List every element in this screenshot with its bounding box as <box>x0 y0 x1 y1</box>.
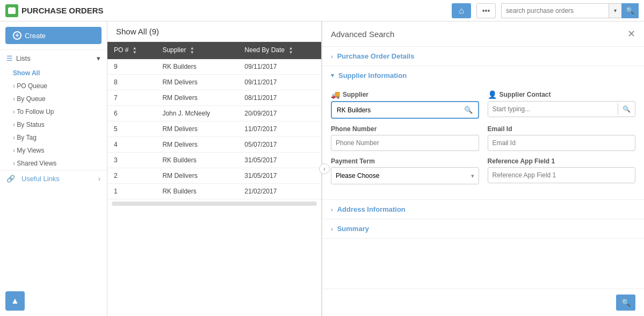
search-icon: 🔍 <box>464 106 473 114</box>
more-options-button[interactable]: ••• <box>476 3 496 18</box>
content-area: Show All (9) PO # ▲▼ Supplier ▲▼ <box>107 21 644 316</box>
cell-po-number: 6 <box>107 106 156 121</box>
cell-date: 21/02/2017 <box>238 184 321 199</box>
cell-po-number: 2 <box>107 168 156 184</box>
payment-term-select-wrapper: Please Choose ▾ <box>331 167 479 184</box>
select-arrow-icon: ▾ <box>467 173 479 179</box>
table-row[interactable]: 6 John J. McNeely 20/09/2017 <box>107 106 321 121</box>
table-row[interactable]: 7 RM Delivers 08/11/2017 <box>107 90 321 106</box>
cell-date: 31/05/2017 <box>238 168 321 184</box>
payment-term-select[interactable]: Please Choose <box>331 168 467 184</box>
advanced-search-close-button[interactable]: ✕ <box>627 28 635 40</box>
phone-number-input[interactable] <box>331 135 479 151</box>
table-row[interactable]: 9 RK Builders 09/11/2017 <box>107 59 321 75</box>
search-dropdown-button[interactable]: ▾ <box>609 3 621 18</box>
app-logo-icon <box>5 4 18 17</box>
cell-supplier: RM Delivers <box>156 121 238 137</box>
sidebar-item-my-views[interactable]: My Views <box>0 144 107 157</box>
table-row[interactable]: 4 RM Delivers 05/07/2017 <box>107 137 321 153</box>
cell-supplier: RK Builders <box>156 153 238 168</box>
table-row[interactable]: 2 RM Delivers 31/05/2017 <box>107 168 321 184</box>
lists-icon: ☰ <box>6 54 13 62</box>
cell-po-number: 9 <box>107 59 156 75</box>
supplier-contact-search-button[interactable]: 🔍 <box>618 103 635 115</box>
col-need-by-date[interactable]: Need By Date ▲▼ <box>238 42 321 59</box>
reference-input[interactable] <box>488 167 636 183</box>
sidebar-item-show-all[interactable]: Show All <box>0 67 107 80</box>
cell-supplier: John J. McNeely <box>156 106 238 121</box>
reference-label: Reference App Field 1 <box>488 157 636 165</box>
phone-number-field-group: Phone Number <box>331 125 479 151</box>
email-id-input[interactable] <box>488 135 636 151</box>
table-row[interactable]: 1 RK Builders 21/02/2017 <box>107 184 321 199</box>
sidebar-bottom: ▲ <box>0 286 107 316</box>
sidebar-item-by-tag[interactable]: By Tag <box>0 131 107 144</box>
chevron-down-icon: ▾ <box>97 54 100 62</box>
col-supplier[interactable]: Supplier ▲▼ <box>156 42 238 59</box>
cell-po-number: 7 <box>107 90 156 106</box>
cell-po-number: 3 <box>107 153 156 168</box>
section-po-details-header[interactable]: › Purchase Order Details <box>322 47 644 66</box>
supplier-contact-input[interactable] <box>488 102 618 117</box>
search-submit-button[interactable]: 🔍 <box>621 3 639 18</box>
sidebar-item-by-queue[interactable]: By Queue <box>0 92 107 105</box>
cell-supplier: RK Builders <box>156 59 238 75</box>
table-panel: Show All (9) PO # ▲▼ Supplier ▲▼ <box>107 21 322 316</box>
create-label: Create <box>25 32 46 40</box>
section-address-info-header[interactable]: › Address Information <box>322 200 644 219</box>
table-row[interactable]: 8 RM Delivers 09/11/2017 <box>107 75 321 90</box>
cell-po-number: 4 <box>107 137 156 153</box>
chevron-down-icon: ▾ <box>331 72 334 79</box>
section-summary-label: Summary <box>337 225 369 233</box>
search-icon: 🔍 <box>623 105 631 113</box>
top-nav: PURCHASE ORDERS ⌂ ••• ▾ 🔍 <box>0 0 644 21</box>
svg-rect-2 <box>13 7 14 9</box>
section-po-details: › Purchase Order Details <box>322 47 644 66</box>
home-button[interactable]: ⌂ <box>452 3 471 18</box>
table-scrollbar[interactable] <box>112 202 317 206</box>
supplier-input-row: 🔍 <box>334 104 476 116</box>
supplier-input[interactable] <box>334 105 461 116</box>
sort-arrows-po: ▲▼ <box>133 46 137 55</box>
cell-date: 11/07/2017 <box>238 121 321 137</box>
create-button[interactable]: + Create <box>5 27 102 44</box>
scroll-top-button[interactable]: ▲ <box>5 291 25 311</box>
section-supplier-info: ▾ Supplier Information 🚚 Supplier <box>322 66 644 200</box>
sidebar-lists-header[interactable]: ☰ Lists ▾ <box>0 50 107 67</box>
cell-date: 31/05/2017 <box>238 153 321 168</box>
sidebar-useful-links[interactable]: 🔗 Useful Links › <box>0 170 107 187</box>
col-po-number[interactable]: PO # ▲▼ <box>107 42 156 59</box>
table-row[interactable]: 3 RK Builders 31/05/2017 <box>107 153 321 168</box>
up-arrow-icon: ▲ <box>11 296 19 306</box>
cell-date: 08/11/2017 <box>238 90 321 106</box>
person-icon: 👤 <box>488 90 497 99</box>
sidebar-item-by-status[interactable]: By Status <box>0 118 107 131</box>
supplier-search-button[interactable]: 🔍 <box>461 104 476 116</box>
sidebar-item-po-queue[interactable]: PO Queue <box>0 80 107 92</box>
table-header: Show All (9) <box>107 21 321 42</box>
search-input[interactable] <box>501 3 609 18</box>
footer-search-button[interactable]: 🔍 <box>616 295 635 311</box>
sidebar: + Create ☰ Lists ▾ Show All PO Queue By … <box>0 21 107 316</box>
table-row[interactable]: 5 RM Delivers 11/07/2017 <box>107 121 321 137</box>
sidebar-item-shared-views[interactable]: Shared Views <box>0 157 107 170</box>
lists-label: Lists <box>16 54 31 62</box>
section-supplier-info-header[interactable]: ▾ Supplier Information <box>322 66 644 85</box>
reference-field-group: Reference App Field 1 <box>488 157 636 184</box>
home-icon: ⌂ <box>459 6 464 16</box>
cell-po-number: 8 <box>107 75 156 90</box>
link-icon: 🔗 <box>6 175 15 183</box>
dots-icon: ••• <box>482 6 490 15</box>
sidebar-item-to-follow-up[interactable]: To Follow Up <box>0 105 107 118</box>
cell-po-number: 5 <box>107 121 156 137</box>
cell-date: 09/11/2017 <box>238 59 321 75</box>
section-summary-header[interactable]: › Summary <box>322 219 644 238</box>
cell-po-number: 1 <box>107 184 156 199</box>
svg-rect-0 <box>8 8 16 14</box>
payment-term-field-group: Payment Term Please Choose ▾ <box>331 157 479 184</box>
panel-collapse-button[interactable]: ‹ <box>319 163 330 174</box>
cell-supplier: RM Delivers <box>156 168 238 184</box>
supplier-contact-input-wrapper: 🔍 <box>488 101 636 117</box>
app-logo: PURCHASE ORDERS <box>5 4 104 17</box>
supplier-row-3: Payment Term Please Choose ▾ R <box>331 157 635 184</box>
